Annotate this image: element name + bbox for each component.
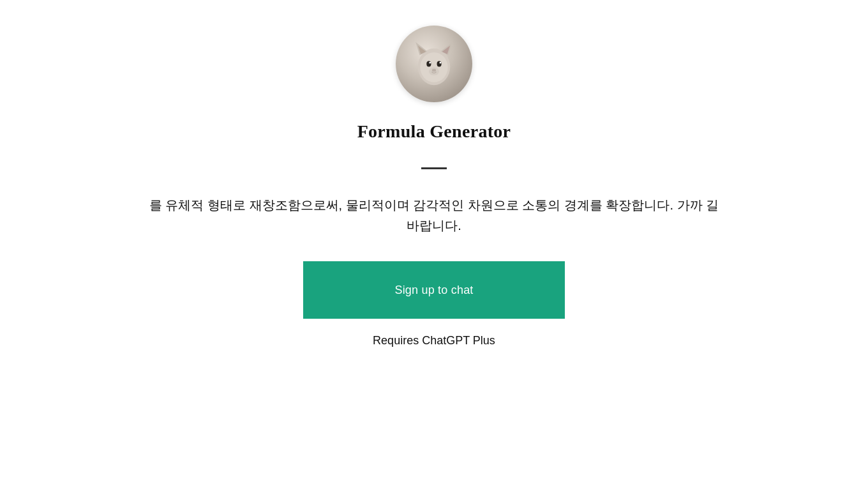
svg-point-9 bbox=[440, 62, 442, 64]
avatar bbox=[396, 26, 472, 102]
svg-point-11 bbox=[429, 67, 439, 75]
avatar-icon bbox=[405, 35, 463, 93]
description-text: 를 유체적 형태로 재창조함으로써, 물리적이며 감각적인 차원으로 소통의 경… bbox=[147, 195, 721, 236]
avatar-container bbox=[396, 26, 472, 102]
divider bbox=[421, 167, 447, 169]
signup-button[interactable]: Sign up to chat bbox=[303, 261, 565, 319]
svg-point-6 bbox=[426, 61, 431, 67]
requires-label: Requires ChatGPT Plus bbox=[373, 334, 495, 347]
svg-point-8 bbox=[429, 62, 431, 64]
svg-point-7 bbox=[437, 61, 442, 67]
app-title: Formula Generator bbox=[357, 121, 511, 142]
page-container: Formula Generator 를 유체적 형태로 재창조함으로써, 물리적… bbox=[0, 0, 868, 347]
